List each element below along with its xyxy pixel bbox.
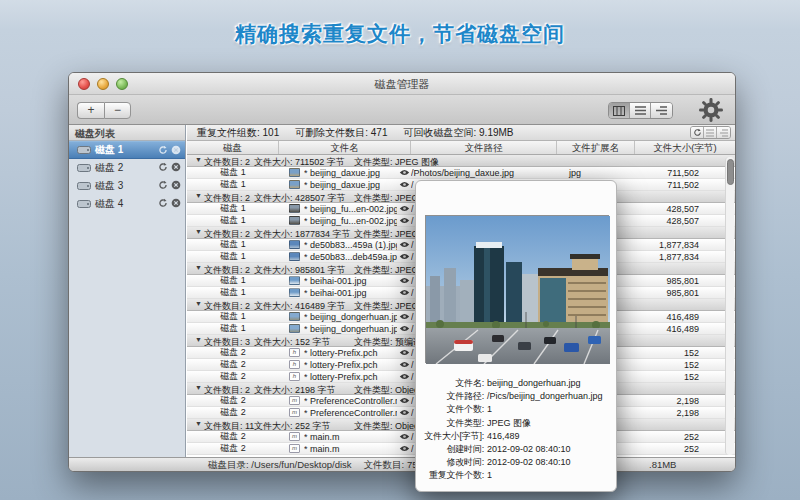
group-file-type: 文件类型: JPEG 图像 <box>354 156 439 167</box>
preview-field-value: beijing_dongerhuan.jpg <box>484 377 581 390</box>
collapse-all-button[interactable] <box>717 127 730 138</box>
quicklook-eye-icon[interactable] <box>397 169 411 176</box>
disclosure-triangle-icon[interactable]: ▼ <box>195 264 202 271</box>
quicklook-eye-icon[interactable] <box>397 433 411 440</box>
quicklook-eye-icon[interactable] <box>397 289 411 296</box>
preview-field: 重复文件个数: 1 <box>420 469 612 482</box>
filesize-cell: 985,801 <box>635 276 735 286</box>
refresh-results-button[interactable] <box>691 127 704 138</box>
file-thumbnail-icon: m <box>289 396 300 405</box>
toolbar: + − <box>69 95 735 125</box>
remove-disk-icon[interactable] <box>171 180 181 190</box>
stats-bar: 重复文件组数: 101 可删除文件数目: 471 可回收磁盘空间: 9.19MB <box>187 125 735 141</box>
quicklook-eye-icon[interactable] <box>397 277 411 284</box>
sidebar-list: 磁盘 1 磁盘 2 磁盘 3 磁盘 4 <box>69 141 185 213</box>
preview-field-value: 416,489 <box>484 430 520 443</box>
quicklook-eye-icon[interactable] <box>397 361 411 368</box>
preview-field-label: 文件大小[字节]: <box>420 430 484 443</box>
remove-disk-icon[interactable] <box>171 145 181 155</box>
filename-cell: * de50b83...459a (1).jpg <box>279 240 397 250</box>
disk-cell: 磁盘 1 <box>187 203 279 215</box>
disk-cell: 磁盘 1 <box>187 167 279 179</box>
rescan-disk-icon[interactable] <box>158 145 168 155</box>
scrollbar-thumb[interactable] <box>727 159 734 185</box>
file-thumbnail-icon <box>289 276 300 285</box>
column-header-filename[interactable]: 文件名 <box>279 141 411 154</box>
quicklook-eye-icon[interactable] <box>397 397 411 404</box>
preview-photo <box>425 215 609 363</box>
expand-all-button[interactable] <box>704 127 717 138</box>
file-thumbnail-icon: h <box>289 360 300 369</box>
vertical-scrollbar[interactable] <box>725 157 734 455</box>
settings-gear-button[interactable] <box>698 97 724 123</box>
preview-field-value: 2012-09-02 08:40:10 <box>484 456 571 469</box>
filename-cell: * beijing_fu...en-002.jpg <box>279 204 397 214</box>
quicklook-eye-icon[interactable] <box>397 349 411 356</box>
column-header-filepath[interactable]: 文件路径 <box>411 141 557 154</box>
view-columns-segment[interactable] <box>609 103 630 118</box>
sidebar-item-disk-1[interactable]: 磁盘 1 <box>69 141 185 159</box>
quicklook-eye-icon[interactable] <box>397 409 411 416</box>
sidebar-item-disk-4[interactable]: 磁盘 4 <box>69 195 185 213</box>
preview-field-value: 2012-09-02 08:40:10 <box>484 443 571 456</box>
view-list-segment[interactable] <box>630 103 651 118</box>
filename-cell: * beihai-001.jpg <box>279 288 397 298</box>
disclosure-triangle-icon[interactable]: ▼ <box>195 420 202 427</box>
quicklook-eye-icon[interactable] <box>397 325 411 332</box>
quicklook-eye-icon[interactable] <box>397 181 411 188</box>
add-disk-button[interactable]: + <box>77 102 104 119</box>
remove-disk-icon[interactable] <box>171 162 181 172</box>
disclosure-triangle-icon[interactable]: ▼ <box>195 336 202 343</box>
list-view-icon <box>635 106 646 115</box>
rescan-disk-icon[interactable] <box>158 162 168 172</box>
view-mode-segmented-control <box>608 102 673 119</box>
refresh-icon <box>693 128 702 137</box>
preview-field-label: 创建时间: <box>420 443 484 456</box>
disclosure-triangle-icon[interactable]: ▼ <box>195 156 202 163</box>
rescan-disk-icon[interactable] <box>158 180 168 190</box>
filesize-cell: 152 <box>635 348 735 358</box>
table-row[interactable]: 磁盘 1 * beijing_daxue.jpg /Photos/beijing… <box>187 167 735 179</box>
disclosure-triangle-icon[interactable]: ▼ <box>195 228 202 235</box>
column-header-extension[interactable]: 文件扩展名 <box>557 141 635 154</box>
group-file-size: 文件大小: 252 字节 <box>254 420 331 431</box>
remove-disk-icon[interactable] <box>171 198 181 208</box>
quicklook-eye-icon[interactable] <box>397 253 411 260</box>
quicklook-eye-icon[interactable] <box>397 313 411 320</box>
expand-list-icon <box>706 129 714 137</box>
disk-cell: 磁盘 2 <box>187 371 279 383</box>
disk-cell: 磁盘 1 <box>187 323 279 335</box>
rescan-disk-icon[interactable] <box>158 198 168 208</box>
filesize-cell: 416,489 <box>635 312 735 322</box>
filename-cell: h * lottery-Prefix.pch <box>279 348 397 358</box>
disk-icon <box>77 145 91 155</box>
quicklook-eye-icon[interactable] <box>397 241 411 248</box>
disclosure-triangle-icon[interactable]: ▼ <box>195 192 202 199</box>
quicklook-eye-icon[interactable] <box>397 205 411 212</box>
column-header-disk[interactable]: 磁盘 <box>187 141 279 154</box>
disclosure-triangle-icon[interactable]: ▼ <box>195 300 202 307</box>
file-thumbnail-icon <box>289 180 300 189</box>
titlebar[interactable]: 磁盘管理器 <box>69 73 735 95</box>
view-list-indent-segment[interactable] <box>651 103 672 118</box>
filename-cell: m * main.m <box>279 444 397 454</box>
filesize-cell: 252 <box>635 444 735 454</box>
file-thumbnail-icon <box>289 324 300 333</box>
quicklook-eye-icon[interactable] <box>397 217 411 224</box>
group-row[interactable]: ▼ 文件数目: 2 文件大小: 711502 字节 文件类型: JPEG 图像 <box>187 155 735 167</box>
preview-field-value: 1 <box>484 403 492 416</box>
preview-field-label: 文件路径: <box>420 390 484 403</box>
sidebar-item-disk-3[interactable]: 磁盘 3 <box>69 177 185 195</box>
file-thumbnail-icon <box>289 216 300 225</box>
group-file-size: 文件大小: 985801 字节 <box>254 264 346 275</box>
group-file-count: 文件数目: 2 <box>204 156 250 167</box>
quicklook-eye-icon[interactable] <box>397 445 411 452</box>
remove-disk-button[interactable]: − <box>104 102 131 119</box>
column-header-filesize[interactable]: 文件大小(字节) <box>635 141 735 154</box>
preview-field: 文件个数: 1 <box>420 403 612 416</box>
file-thumbnail-icon: h <box>289 348 300 357</box>
group-file-size: 文件大小: 711502 字节 <box>254 156 345 167</box>
quicklook-eye-icon[interactable] <box>397 373 411 380</box>
sidebar-item-disk-2[interactable]: 磁盘 2 <box>69 159 185 177</box>
disclosure-triangle-icon[interactable]: ▼ <box>195 384 202 391</box>
